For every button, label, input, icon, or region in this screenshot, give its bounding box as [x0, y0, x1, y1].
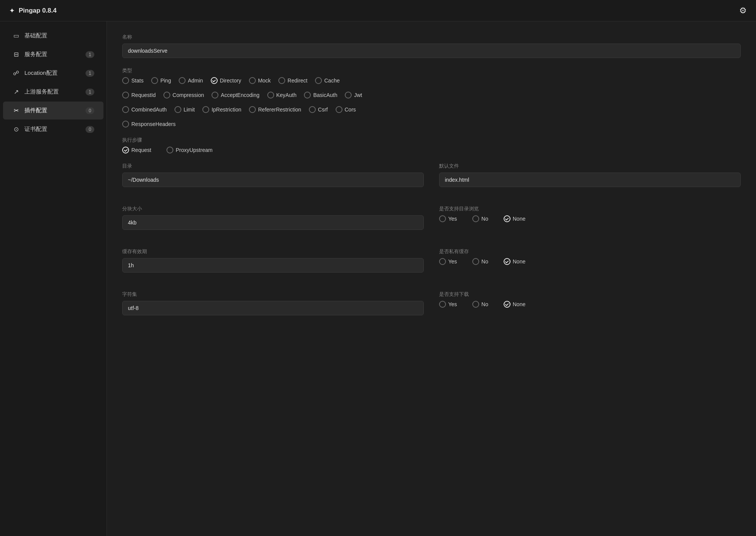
type-option-ping[interactable]: Ping — [151, 77, 171, 84]
private-cache-option-no[interactable]: No — [472, 258, 488, 265]
radio-circle — [249, 77, 256, 84]
type-option-admin[interactable]: Admin — [179, 77, 203, 84]
radio-circle — [174, 106, 181, 113]
sidebar-label-cert: 证书配置 — [24, 126, 47, 133]
sidebar-item-left: ✂ 插件配置 — [12, 107, 47, 114]
type-option-directory[interactable]: Directory — [211, 77, 241, 84]
step-options: Request ProxyUpstream — [122, 147, 741, 153]
radio-circle — [336, 106, 342, 113]
sidebar-icon-cert: ⊙ — [12, 126, 20, 133]
private-cache-label-no: No — [481, 258, 488, 265]
step-section: 执行步骤 Request ProxyUpstream — [122, 137, 741, 153]
browse-option-none[interactable]: None — [504, 215, 525, 222]
chunk-size-label: 分块大小 — [122, 205, 424, 212]
main-layout: ▭ 基础配置 ⊟ 服务配置 1 ☍ Location配置 1 ↗ 上游服务配置 … — [0, 21, 756, 536]
type-option-stats[interactable]: Stats — [122, 77, 144, 84]
step-label-request: Request — [131, 147, 151, 153]
browse-option-yes[interactable]: Yes — [439, 215, 457, 222]
sidebar-item-upstream[interactable]: ↗ 上游服务配置 1 — [3, 83, 103, 101]
radio-circle — [345, 92, 352, 98]
browse-label-none: None — [513, 216, 525, 222]
radio-checkmark — [504, 301, 510, 308]
radio-circle — [472, 258, 479, 265]
type-label-responseheaders: ResponseHeaders — [131, 121, 176, 127]
private-cache-option-yes[interactable]: Yes — [439, 258, 457, 265]
chunk-size-field-group: 分块大小 — [122, 205, 424, 230]
sidebar-item-plugin[interactable]: ✂ 插件配置 0 — [3, 102, 103, 119]
radio-circle — [122, 121, 129, 128]
sidebar-icon-plugin: ✂ — [12, 107, 20, 114]
type-label-keyauth: KeyAuth — [276, 92, 297, 98]
sidebar-icon-location: ☍ — [12, 69, 20, 77]
directory-input[interactable] — [122, 173, 424, 187]
type-label-jwt: Jwt — [354, 92, 362, 98]
radio-checkmark — [122, 147, 129, 153]
type-option-csrf[interactable]: Csrf — [309, 106, 328, 113]
download-option-none[interactable]: None — [504, 301, 525, 308]
type-option-requestid[interactable]: RequestId — [122, 92, 156, 98]
type-option-basicauth[interactable]: BasicAuth — [304, 92, 337, 98]
radio-circle — [267, 92, 274, 98]
download-option-yes[interactable]: Yes — [439, 301, 457, 308]
type-label-requestid: RequestId — [131, 92, 156, 98]
type-option-limit[interactable]: Limit — [174, 106, 195, 113]
type-option-combinedauth[interactable]: CombinedAuth — [122, 106, 167, 113]
radio-circle — [122, 92, 129, 98]
default-file-label: 默认文件 — [439, 163, 741, 170]
private-cache-label-none: None — [513, 258, 525, 265]
sidebar-item-left: ☍ Location配置 — [12, 69, 58, 77]
radio-checkmark — [504, 215, 510, 222]
sidebar: ▭ 基础配置 ⊟ 服务配置 1 ☍ Location配置 1 ↗ 上游服务配置 … — [0, 21, 107, 536]
type-option-refererrestriction[interactable]: RefererRestriction — [249, 106, 301, 113]
chunk-size-input[interactable] — [122, 215, 424, 230]
radio-circle — [179, 77, 186, 84]
directory-label: 目录 — [122, 163, 424, 170]
radio-circle — [202, 106, 209, 113]
sidebar-item-left: ▭ 基础配置 — [12, 32, 47, 39]
radio-checkmark — [504, 258, 510, 265]
download-field-group: 是否支持下载 Yes No None — [439, 291, 741, 315]
settings-icon[interactable]: ⚙ — [739, 6, 747, 16]
sidebar-item-service[interactable]: ⊟ 服务配置 1 — [3, 45, 103, 63]
type-option-keyauth[interactable]: KeyAuth — [267, 92, 297, 98]
radio-circle — [439, 215, 446, 222]
step-option-request[interactable]: Request — [122, 147, 151, 153]
cache-ttl-field-group: 缓存有效期 — [122, 248, 424, 273]
download-option-no[interactable]: No — [472, 301, 488, 308]
type-label-cors: Cors — [345, 107, 356, 113]
type-option-mock[interactable]: Mock — [249, 77, 271, 84]
sidebar-item-cert[interactable]: ⊙ 证书配置 0 — [3, 120, 103, 138]
type-label-basicauth: BasicAuth — [313, 92, 337, 98]
cache-ttl-input[interactable] — [122, 258, 424, 273]
type-label-admin: Admin — [188, 77, 203, 84]
type-option-iprestriction[interactable]: IpRestriction — [202, 106, 241, 113]
type-label-csrf: Csrf — [318, 107, 328, 113]
type-option-cors[interactable]: Cors — [336, 106, 356, 113]
radio-circle — [122, 77, 129, 84]
download-label-yes: Yes — [448, 301, 457, 307]
radio-circle — [122, 106, 129, 113]
private-cache-option-none[interactable]: None — [504, 258, 525, 265]
charset-input[interactable] — [122, 301, 424, 315]
type-option-responseheaders[interactable]: ResponseHeaders — [122, 121, 176, 128]
sidebar-label-upstream: 上游服务配置 — [24, 88, 59, 95]
type-option-jwt[interactable]: Jwt — [345, 92, 362, 98]
download-label: 是否支持下载 — [439, 291, 741, 298]
step-option-proxyupstream[interactable]: ProxyUpstream — [166, 147, 212, 153]
browse-option-no[interactable]: No — [472, 215, 488, 222]
type-option-cache[interactable]: Cache — [315, 77, 339, 84]
browse-label-no: No — [481, 216, 488, 222]
radio-circle — [212, 92, 218, 98]
sidebar-item-basic[interactable]: ▭ 基础配置 — [3, 27, 103, 45]
private-cache-label-yes: Yes — [448, 258, 457, 265]
radio-circle — [439, 301, 446, 308]
type-option-redirect[interactable]: Redirect — [278, 77, 307, 84]
default-file-input[interactable] — [439, 173, 741, 187]
type-label-ping: Ping — [160, 77, 171, 84]
sidebar-badge-cert: 0 — [86, 126, 94, 133]
name-field-group: 名称 — [122, 34, 741, 58]
sidebar-item-location[interactable]: ☍ Location配置 1 — [3, 64, 103, 82]
name-input[interactable] — [122, 44, 741, 58]
type-option-acceptencoding[interactable]: AcceptEncoding — [212, 92, 259, 98]
type-option-compression[interactable]: Compression — [163, 92, 204, 98]
